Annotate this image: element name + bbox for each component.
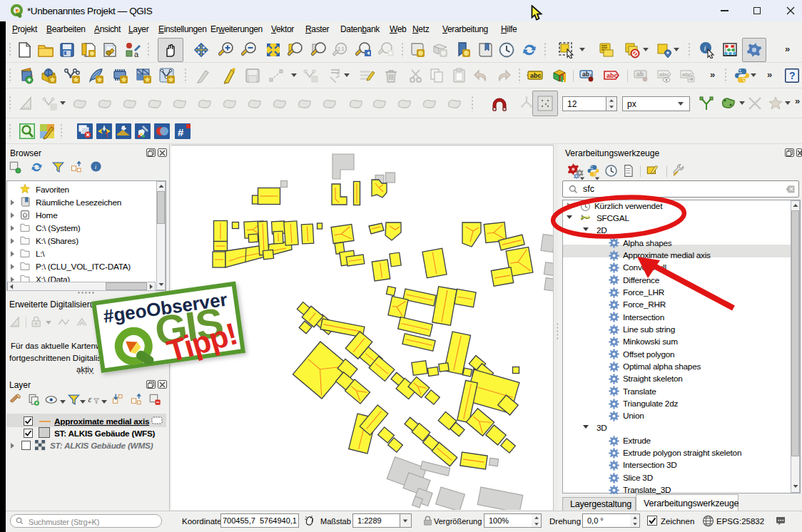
svg-text:ab: ab	[582, 71, 589, 78]
svg-text:a: a	[134, 50, 139, 58]
svg-text:!: !	[106, 131, 108, 139]
svg-text:abc: abc	[659, 71, 669, 78]
svg-text:ab: ab	[636, 71, 644, 78]
svg-text:?: ?	[789, 70, 796, 81]
svg-text:1:1: 1:1	[337, 46, 345, 51]
svg-text:i: i	[95, 163, 97, 170]
svg-text:abc: abc	[530, 72, 542, 79]
svg-text:#: #	[178, 126, 184, 138]
svg-text:ε: ε	[88, 394, 92, 404]
svg-text:i: i	[704, 44, 706, 52]
svg-text:abc: abc	[606, 72, 618, 79]
